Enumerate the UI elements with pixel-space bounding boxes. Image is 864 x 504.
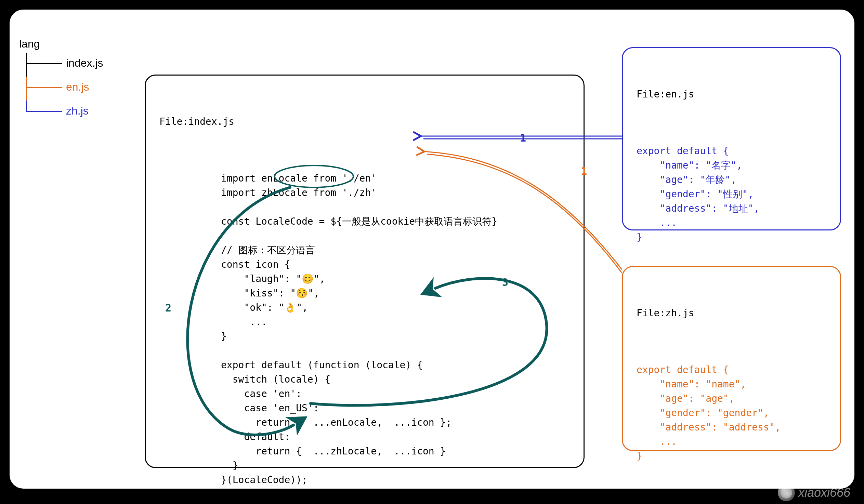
tree-connector-icon [19,111,62,111]
watermark-icon [778,484,795,501]
code-box-zh: File:zh.js export default { "name": "nam… [622,266,841,451]
watermark-text: xiaoxi666 [798,485,850,500]
code-box-title: File:index.js [159,115,570,129]
code-content: export default { "name": "名字", "age": "年… [637,134,826,244]
code-box-title: File:en.js [637,87,826,101]
tree-root: lang [19,37,103,51]
tree-item-label: en.js [66,80,89,94]
tree-connector-icon [19,63,62,63]
code-box-en: File:en.js export default { "name": "名字"… [622,47,841,230]
tree-item-index: index.js [19,51,103,75]
file-tree: lang index.js en.js zh.js [19,37,103,123]
code-content: export default { "name": "name", "age": … [637,352,826,463]
tree-item-label: zh.js [66,104,88,118]
tree-item-label: index.js [66,56,103,70]
tree-connector-icon [19,87,62,87]
watermark: xiaoxi666 [778,484,850,501]
page: lang index.js en.js zh.js File:index.js … [0,0,864,504]
tree-item-zh: zh.js [19,99,103,123]
annotation-label-en: 1 [520,132,526,144]
code-box-index: File:index.js import enLocale from './en… [145,74,585,468]
code-box-title: File:zh.js [637,306,826,320]
diagram-board: lang index.js en.js zh.js File:index.js … [10,10,854,489]
code-content: import enLocale from './en' import zhLoc… [159,161,570,487]
annotation-label-zh: 1 [581,165,587,177]
tree-item-en: en.js [19,75,103,99]
annotation-label-flow-down: 2 [165,302,171,314]
annotation-label-flow-return: 3 [502,276,508,288]
